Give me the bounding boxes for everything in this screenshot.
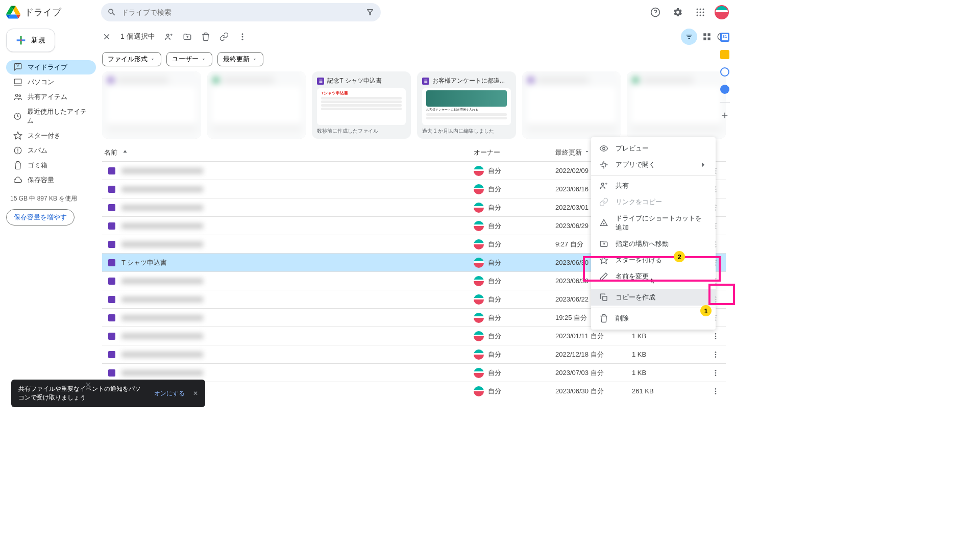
owner-avatar [474, 368, 484, 378]
updated-text: 2023/07/03 自分 [555, 368, 632, 378]
sort-asc-icon[interactable] [121, 149, 129, 156]
suggestion-card[interactable]: ≡お客様アンケートに都道... お客様アンケートに都道府県を入れる 過去 1 か… [417, 71, 516, 139]
link-icon[interactable] [219, 32, 229, 41]
file-row[interactable]: 自分 2022/12/18 自分 1 KB [102, 345, 726, 363]
sidebar-item-storage[interactable]: 保存容量 [6, 173, 96, 187]
chevron-right-icon [698, 160, 707, 169]
sidebar-item-shared[interactable]: 共有アイテム [6, 90, 96, 104]
filter-toggle[interactable] [681, 29, 697, 45]
sidebar-item-mydrive[interactable]: マイドライブ [6, 60, 96, 74]
svg-point-20 [166, 34, 169, 37]
row-more-button[interactable] [709, 330, 722, 342]
size-text: 261 KB [632, 387, 705, 395]
suggestion-card[interactable]: ≡記念T シャツ申込書 Tシャツ申込書 数秒前に作成したファイル [312, 71, 411, 139]
menu-preview[interactable]: プレビュー [591, 140, 716, 157]
app-name: ドライブ [24, 6, 61, 18]
filter-user[interactable]: ユーザー [166, 52, 212, 66]
menu-open-with[interactable]: アプリで開く [591, 157, 716, 173]
badge-1: 1 [700, 305, 712, 316]
tasks-icon[interactable] [720, 67, 729, 77]
new-button[interactable]: 新規 [6, 29, 55, 52]
updated-text: 2023/06/30 自分 [555, 387, 632, 396]
calendar-icon[interactable]: 31 [720, 33, 729, 42]
svg-point-3 [700, 9, 701, 10]
owner-text: 自分 [488, 240, 501, 249]
svg-point-25 [241, 39, 243, 40]
svg-point-4 [703, 9, 704, 10]
keep-icon[interactable] [720, 50, 729, 59]
settings-icon[interactable] [670, 4, 686, 20]
toast-close-icon[interactable]: ✕ [193, 390, 198, 397]
add-panel-icon[interactable] [720, 111, 729, 122]
filter-updated[interactable]: 最終更新 [217, 52, 263, 66]
close-notif-card-icon[interactable]: ✕ [85, 380, 91, 390]
upgrade-storage-button[interactable]: 保存容量を増やす [6, 209, 75, 226]
owner-text: 自分 [488, 203, 501, 212]
user-avatar[interactable] [715, 5, 729, 19]
move-icon[interactable] [183, 32, 192, 41]
share-icon[interactable] [164, 32, 174, 41]
header-name[interactable]: 名前 [104, 148, 117, 157]
suggestion-card[interactable] [627, 71, 726, 139]
file-type-icon [108, 204, 115, 211]
row-more-button[interactable] [709, 367, 722, 379]
file-type-icon [108, 222, 115, 230]
more-icon[interactable] [238, 32, 247, 41]
svg-point-9 [700, 15, 701, 16]
logo[interactable]: ドライブ [6, 5, 101, 19]
svg-point-8 [697, 15, 698, 16]
menu-move[interactable]: 指定の場所へ移動 [591, 236, 716, 252]
svg-rect-29 [703, 33, 706, 36]
svg-rect-32 [708, 38, 710, 40]
menu-add-shortcut[interactable]: ドライブにショートカットを追加 [591, 210, 716, 236]
toast-enable-button[interactable]: オンにする [154, 389, 185, 398]
owner-avatar [474, 313, 484, 323]
file-row[interactable]: 自分 2023/07/03 自分 1 KB [102, 363, 726, 382]
sidebar-item-starred[interactable]: スター付き [6, 129, 96, 143]
svg-point-10 [703, 15, 704, 16]
filter-type[interactable]: ファイル形式 [102, 52, 161, 66]
search-options-icon[interactable] [365, 8, 375, 17]
sidebar-item-recent[interactable]: 最近使用したアイテム [6, 105, 96, 128]
menu-make-copy[interactable]: コピーを作成 [591, 289, 716, 306]
file-type-icon [108, 333, 115, 340]
menu-share[interactable]: 共有 [591, 178, 716, 194]
sidebar-item-computers[interactable]: パソコン [6, 75, 96, 89]
search-bar[interactable] [101, 3, 381, 21]
svg-point-24 [241, 36, 243, 38]
context-menu: プレビュー アプリで開く 共有 リンクをコピー ドライブにショートカットを追加 … [591, 137, 716, 330]
svg-rect-30 [708, 33, 710, 36]
file-type-icon [108, 259, 115, 266]
menu-rename[interactable]: 名前を変更 [591, 268, 716, 285]
delete-icon[interactable] [201, 32, 210, 41]
svg-point-69 [715, 370, 717, 371]
file-type-icon [108, 314, 115, 321]
sidebar-item-spam[interactable]: スパム [6, 143, 96, 158]
svg-point-64 [715, 335, 717, 337]
menu-star[interactable]: スターを付ける [591, 252, 716, 268]
close-selection-icon[interactable] [102, 32, 111, 41]
owner-avatar [474, 276, 484, 286]
owner-avatar [474, 349, 484, 360]
row-more-button[interactable] [709, 385, 722, 397]
svg-point-6 [700, 12, 701, 13]
owner-avatar [474, 184, 484, 194]
header-owner[interactable]: オーナー [474, 148, 555, 157]
svg-point-72 [715, 388, 717, 390]
search-icon [107, 8, 116, 17]
contacts-icon[interactable] [720, 85, 729, 94]
help-icon[interactable] [647, 4, 664, 20]
suggestion-card[interactable] [207, 71, 306, 139]
owner-avatar [474, 258, 484, 268]
apps-icon[interactable] [692, 4, 708, 20]
sidebar-item-trash[interactable]: ゴミ箱 [6, 158, 96, 172]
owner-text: 自分 [488, 166, 501, 176]
grid-view-icon[interactable] [702, 32, 712, 41]
row-more-button[interactable] [709, 348, 722, 361]
suggestion-card[interactable] [522, 71, 621, 139]
menu-delete[interactable]: 削除 [591, 310, 716, 327]
search-input[interactable] [121, 8, 360, 16]
suggestion-card[interactable] [102, 71, 201, 139]
owner-text: 自分 [488, 295, 501, 304]
header: ドライブ [0, 0, 735, 24]
